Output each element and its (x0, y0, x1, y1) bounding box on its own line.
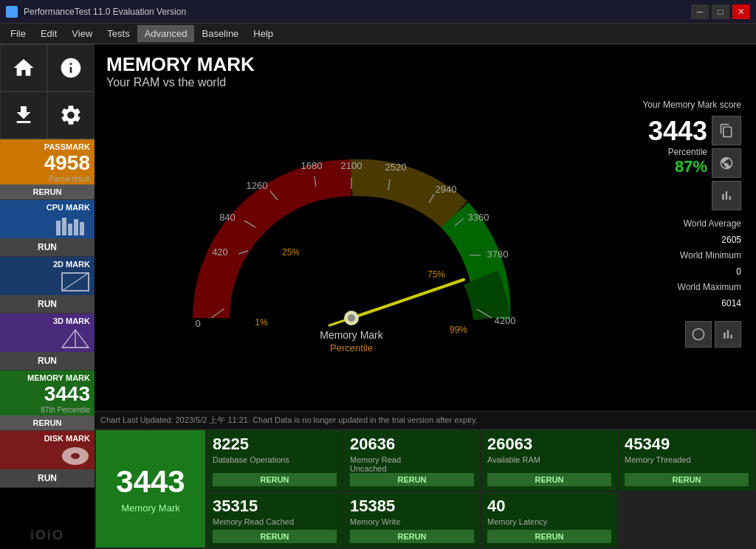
world-view-button[interactable] (712, 148, 741, 178)
svg-rect-4 (80, 222, 84, 235)
menu-help[interactable]: Help (246, 25, 281, 42)
titlebar: PerformanceTest 11.0 Evaluation Version … (0, 0, 756, 24)
svg-text:3780: 3780 (487, 249, 509, 260)
titlebar-buttons: ─ □ ✕ (691, 4, 750, 19)
result-cell-2: 26063 Available RAM RERUN (481, 430, 617, 491)
close-button[interactable]: ✕ (732, 4, 750, 19)
result-cell-4: 35315 Memory Read Cached RERUN (207, 492, 343, 548)
result-name-4: Memory Read Cached (213, 517, 337, 530)
info-icon-btn[interactable] (47, 44, 94, 92)
maximize-button[interactable]: □ (712, 4, 729, 19)
twod-run-button[interactable]: RUN (0, 295, 94, 313)
svg-text:99%: 99% (450, 325, 467, 335)
content-area: MEMORY MARK Your RAM vs the world (94, 44, 756, 549)
result-rerun-6[interactable]: RERUN (487, 530, 611, 543)
gauge-container: 0 420 840 1260 1680 2100 (102, 92, 601, 411)
menu-edit[interactable]: Edit (33, 25, 64, 42)
svg-point-43 (348, 314, 355, 322)
menubar: File Edit View Tests Advanced Baseline H… (0, 24, 756, 44)
bottom-logo: iOiO (30, 528, 64, 543)
svg-text:0: 0 (195, 318, 200, 329)
passmark-rerun-button[interactable]: RERUN (0, 184, 94, 199)
result-cell-5: 15385 Memory Write RERUN (344, 492, 480, 548)
gauge-area: 0 420 840 1260 1680 2100 (94, 92, 756, 411)
memory-rerun-button[interactable]: RERUN (0, 415, 94, 430)
passmark-label: PASSMARK (0, 139, 94, 151)
svg-text:840: 840 (219, 212, 236, 223)
sidebar-disk: DISK MARK RUN (0, 431, 94, 488)
twod-label: 2D MARK (0, 257, 94, 269)
score-value: 3443 (608, 116, 707, 147)
svg-text:4200: 4200 (495, 315, 516, 326)
circle-chart-button[interactable] (685, 321, 712, 348)
threed-run-button[interactable]: RUN (0, 352, 94, 370)
disk-label: DISK MARK (0, 431, 94, 443)
export-icon-btn[interactable] (0, 92, 47, 139)
result-cell-1: 20636 Memory ReadUncached RERUN (344, 430, 480, 491)
result-rerun-0[interactable]: RERUN (213, 473, 337, 486)
content-header: MEMORY MARK Your RAM vs the world (94, 44, 756, 92)
result-rerun-3[interactable]: RERUN (625, 473, 749, 486)
menu-view[interactable]: View (64, 25, 100, 42)
result-score-0: 8225 (213, 435, 337, 454)
passmark-score: 4958 (0, 151, 94, 175)
result-name-2: Available RAM (487, 455, 611, 473)
svg-text:1%: 1% (255, 317, 268, 328)
svg-text:Memory Mark: Memory Mark (320, 329, 384, 341)
world-stats: World Average 2605 World Minimum 0 World… (608, 216, 741, 312)
cpu-run-button[interactable]: RUN (0, 238, 94, 256)
chart-buttons (608, 321, 741, 348)
result-name-6: Memory Latency (487, 517, 611, 530)
page-subtitle: Your RAM vs the world (106, 76, 744, 89)
minimize-button[interactable]: ─ (691, 4, 709, 19)
svg-text:Percentile: Percentile (330, 342, 373, 353)
sidebar-memory: MEMORY MARK 3443 87th Percentile RERUN (0, 370, 94, 431)
bar-chart-button[interactable] (715, 321, 741, 348)
result-score-2: 26063 (487, 435, 611, 454)
sidebar-passmark: PASSMARK 4958 Partial result RERUN (0, 139, 94, 200)
cpu-label: CPU MARK (0, 200, 94, 212)
svg-text:25%: 25% (282, 247, 300, 258)
copy-score-button[interactable] (712, 116, 741, 145)
result-name-0: Database Operations (213, 455, 337, 473)
disk-run-button[interactable]: RUN (0, 469, 94, 487)
result-name-3: Memory Threaded (625, 455, 749, 473)
menu-advanced[interactable]: Advanced (137, 25, 195, 42)
menu-baseline[interactable]: Baseline (194, 25, 246, 42)
memory-sub: 87th Percentile (0, 406, 94, 415)
gauge-chart: 0 420 840 1260 1680 2100 (174, 134, 529, 370)
home-icon-btn[interactable] (0, 44, 47, 92)
result-score-5: 15385 (350, 497, 474, 516)
settings-icon-btn[interactable] (47, 92, 94, 139)
result-score-3: 45349 (625, 435, 749, 454)
svg-text:1680: 1680 (301, 160, 323, 171)
world-max-label: World Maximum (608, 280, 741, 296)
result-main-score: 3443 (116, 464, 185, 500)
svg-line-6 (62, 273, 89, 291)
svg-text:420: 420 (212, 246, 228, 258)
result-cell-6: 40 Memory Latency RERUN (481, 492, 617, 548)
result-main-label: Memory Mark (121, 503, 179, 514)
sidebar: PASSMARK 4958 Partial result RERUN CPU M… (0, 44, 94, 549)
result-rerun-2[interactable]: RERUN (487, 473, 611, 486)
result-rerun-5[interactable]: RERUN (350, 530, 474, 543)
chart-view-button[interactable] (712, 181, 741, 210)
svg-rect-2 (68, 224, 72, 235)
world-max-value: 6014 (608, 296, 741, 312)
svg-text:75%: 75% (427, 269, 445, 280)
titlebar-title: PerformanceTest 11.0 Evaluation Version (24, 7, 685, 17)
score-icons (712, 116, 741, 210)
chart-note: Chart Last Updated: 2023/5/2 上午 11:21. C… (94, 411, 756, 429)
memory-score: 3443 (0, 382, 94, 406)
menu-tests[interactable]: Tests (100, 25, 137, 42)
result-rerun-4[interactable]: RERUN (213, 530, 337, 543)
result-name-5: Memory Write (350, 517, 474, 530)
menu-file[interactable]: File (3, 25, 33, 42)
svg-rect-0 (56, 221, 61, 235)
memory-label: MEMORY MARK (0, 370, 94, 382)
result-rerun-1[interactable]: RERUN (350, 473, 474, 486)
world-min-label: World Minimum (608, 248, 741, 264)
result-name-1: Memory ReadUncached (350, 455, 474, 473)
svg-rect-3 (74, 219, 78, 235)
app-icon (6, 6, 18, 18)
